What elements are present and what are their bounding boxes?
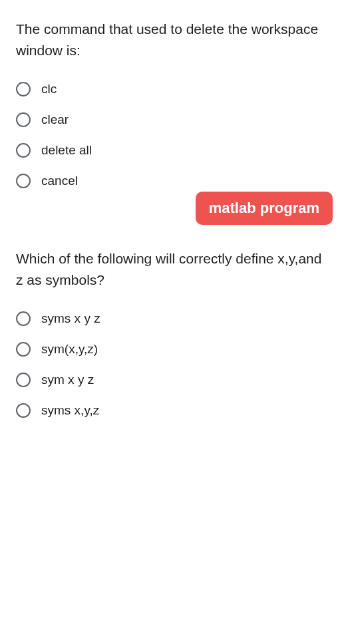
matlab-badge: matlab program (196, 192, 333, 225)
option-label: clc (41, 82, 57, 96)
option-sym-paren[interactable]: sym(x,y,z) (16, 342, 326, 357)
option-label: sym x y z (41, 373, 94, 387)
question-1-text: The command that used to delete the work… (16, 19, 326, 61)
option-label: syms x,y,z (41, 403, 99, 418)
radio-icon (16, 174, 31, 188)
question-2-text: Which of the following will correctly de… (16, 248, 326, 290)
option-syms-xyz-comma[interactable]: syms x,y,z (16, 403, 326, 418)
question-2-options: syms x y z sym(x,y,z) sym x y z syms x,y… (16, 311, 326, 418)
radio-icon (16, 403, 31, 418)
radio-icon (16, 112, 31, 127)
radio-icon (16, 82, 31, 96)
option-label: delete all (41, 143, 92, 158)
option-sym-xyz-space[interactable]: sym x y z (16, 373, 326, 387)
option-label: cancel (41, 174, 78, 188)
question-1-options: clc clear delete all cancel matlab progr… (16, 82, 326, 188)
radio-icon (16, 311, 31, 326)
radio-icon (16, 373, 31, 387)
question-1: The command that used to delete the work… (16, 19, 326, 188)
option-cancel[interactable]: cancel (16, 174, 326, 188)
option-label: clear (41, 112, 69, 127)
option-syms-xyz-space[interactable]: syms x y z (16, 311, 326, 326)
option-clear[interactable]: clear (16, 112, 326, 127)
option-label: sym(x,y,z) (41, 342, 98, 357)
question-2: Which of the following will correctly de… (16, 248, 326, 418)
radio-icon (16, 143, 31, 158)
option-label: syms x y z (41, 311, 100, 326)
option-clc[interactable]: clc (16, 82, 326, 96)
option-delete-all[interactable]: delete all (16, 143, 326, 158)
radio-icon (16, 342, 31, 357)
